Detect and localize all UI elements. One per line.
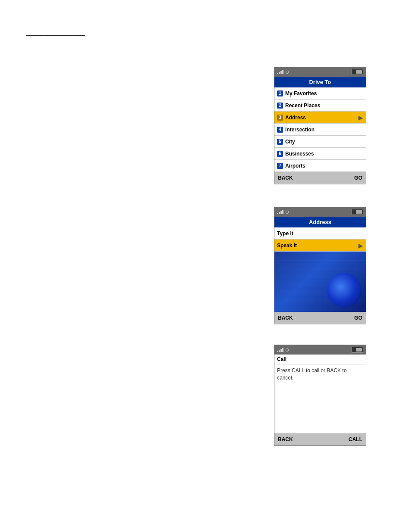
menu-num-5: 5 [277,139,283,145]
screen2-go-button[interactable]: GO [354,315,362,321]
screen2-status-left: ⊙ [277,209,289,215]
battery-icon-2 [351,209,363,215]
page-content: ___________________ ⊙ Drive To 1 My Fa [0,0,411,532]
top-link: ___________________ [26,29,85,36]
menu-item-businesses[interactable]: 6 Businesses [274,148,366,160]
battery-icon-3 [351,347,363,353]
signal-bar-3 [280,71,282,74]
signal-bar-1 [277,73,278,74]
signal-bar-4 [282,70,283,74]
menu-item-intersection[interactable]: 4 Intersection [274,124,366,136]
signal-bar-s2-3 [280,211,282,214]
globe-icon [327,273,361,308]
map-line-1 [274,261,366,261]
screen1-title: Drive To [274,77,366,87]
screen1-go-button[interactable]: GO [354,175,362,181]
menu-num-7: 7 [277,163,283,169]
screen3-status-bar: ⊙ [274,345,366,355]
signal-bar-s2-2 [279,212,280,214]
screen2-back-button[interactable]: BACK [278,315,293,321]
menu-label-businesses: Businesses [285,151,363,157]
call-title: Call [274,355,366,364]
arrow-icon-address: ▶ [358,114,363,121]
screen2-status-bar: ⊙ [274,207,366,217]
menu-num-6: 6 [277,151,283,157]
screen3-call: ⊙ Call Press CALL to call or BACK to can… [274,345,366,446]
signal-bars-2 [277,210,283,214]
menu-label-address: Address [285,115,358,121]
menu-item-recent-places[interactable]: 2 Recent Places [274,100,366,112]
screen1-back-button[interactable]: BACK [278,175,293,181]
signal-bar-s3-3 [280,349,282,352]
signal-bar-2 [279,72,280,74]
menu-num-4: 4 [277,127,283,133]
map-line-2 [274,270,366,270]
gps-icon-1: ⊙ [285,69,289,75]
screen1-bottom-bar: BACK GO [274,172,366,184]
screen1-drive-to: ⊙ Drive To 1 My Favorites 2 Recent Place… [274,67,366,184]
screen2-bottom-bar: BACK GO [274,312,366,324]
screen3-bottom-bar: BACK CALL [274,433,366,445]
battery-fill-2 [356,210,362,214]
screen2-address: ⊙ Address Type It Speak It ▶ [274,207,366,324]
menu-label-recent-places: Recent Places [285,103,363,109]
menu-label-speak-it: Speak It [277,243,358,249]
signal-bar-s3-2 [279,350,280,352]
screen3-status-left: ⊙ [277,347,289,353]
menu-num-1: 1 [277,90,283,96]
menu-label-city: City [285,139,363,145]
battery-icon-1 [351,69,363,75]
map-line-6 [274,306,366,306]
menu-item-type-it[interactable]: Type It [274,227,366,240]
screen2-title: Address [274,217,366,227]
gps-icon-3: ⊙ [285,347,289,353]
menu-label-intersection: Intersection [285,127,363,133]
signal-bar-s2-1 [277,213,278,214]
screen1-status-bar: ⊙ [274,67,366,77]
map-area [274,252,366,312]
signal-bar-s3-4 [282,348,283,352]
signal-bar-s2-4 [282,210,283,214]
signal-bar-s3-1 [277,351,278,352]
menu-num-2: 2 [277,103,283,109]
gps-icon-2: ⊙ [285,209,289,215]
battery-fill-3 [356,348,362,352]
menu-item-speak-it[interactable]: Speak It ▶ [274,240,366,252]
menu-label-my-favorites: My Favorites [285,90,363,96]
menu-item-my-favorites[interactable]: 1 My Favorites [274,87,366,100]
menu-item-airports[interactable]: 7 Airports [274,160,366,172]
screen1-status-left: ⊙ [277,69,289,75]
menu-item-city[interactable]: 5 City [274,136,366,148]
menu-label-airports: Airports [285,163,363,169]
menu-num-3: 3 [277,115,283,121]
call-body: Press CALL to call or BACK to cancel. [274,364,366,433]
arrow-icon-speak-it: ▶ [358,242,363,249]
screen3-back-button[interactable]: BACK [278,436,293,442]
signal-bars-1 [277,70,283,74]
menu-item-address[interactable]: 3 Address ▶ [274,112,366,124]
battery-fill-1 [356,70,362,74]
signal-bars-3 [277,348,283,352]
screen3-call-button[interactable]: CALL [349,436,362,442]
menu-label-type-it: Type It [277,230,363,236]
